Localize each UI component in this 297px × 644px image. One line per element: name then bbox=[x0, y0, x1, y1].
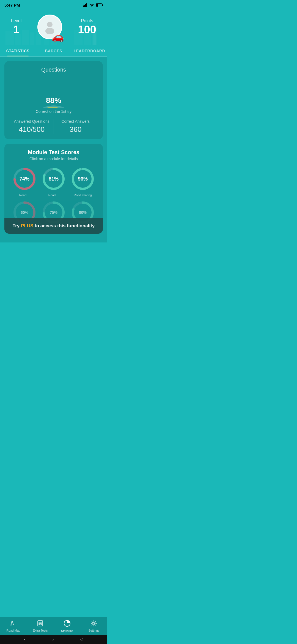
hero-content: Level 1 🚗 Points 100 bbox=[6, 12, 102, 45]
module-circle-2[interactable]: 81% Road ... bbox=[41, 167, 66, 197]
svg-rect-0 bbox=[83, 6, 84, 7]
gauge-percent: 88% bbox=[46, 96, 61, 105]
module-card-title: Module Test Scores bbox=[10, 149, 97, 155]
level-value: 1 bbox=[11, 23, 21, 36]
answered-stat: Answered Questions 410/500 bbox=[10, 119, 54, 134]
gauge-subtitle: Correct on the 1st try bbox=[36, 109, 72, 114]
plus-overlay[interactable]: Try PLUS to access this functionality bbox=[4, 218, 103, 234]
signal-icon bbox=[83, 3, 88, 7]
circle-percent-1: 74% bbox=[20, 176, 29, 182]
answered-value: 410/500 bbox=[10, 125, 54, 134]
wifi-icon bbox=[89, 3, 94, 7]
plus-highlight: PLUS bbox=[21, 223, 33, 228]
circle-ring-1: 74% bbox=[12, 167, 37, 191]
avatar-circle: 🚗 bbox=[37, 15, 62, 39]
tab-badges[interactable]: BADGES bbox=[36, 45, 72, 56]
level-label: Level bbox=[11, 18, 21, 23]
module-circle-1[interactable]: 74% Road ... bbox=[12, 167, 37, 197]
status-time: 5:47 PM bbox=[4, 3, 20, 7]
avatar-container[interactable]: 🚗 bbox=[37, 15, 62, 39]
circle-label-3: Road sharing bbox=[74, 193, 92, 197]
circle-ring-2: 81% bbox=[41, 167, 66, 191]
circle-ring-3: 96% bbox=[70, 167, 95, 191]
questions-card: Questions 88% Correct on the 1st try Ans… bbox=[4, 61, 103, 139]
status-icons bbox=[83, 3, 103, 7]
correct-stat: Correct Answers 360 bbox=[54, 119, 98, 134]
car-emoji: 🚗 bbox=[52, 31, 64, 43]
circle-percent-6: 80% bbox=[79, 210, 87, 215]
plus-prefix: Try bbox=[13, 223, 21, 228]
module-card: Module Test Scores Click on a module for… bbox=[4, 144, 103, 234]
circle-percent-5: 75% bbox=[50, 210, 57, 215]
circle-percent-2: 81% bbox=[49, 176, 59, 182]
stats-row: Answered Questions 410/500 Correct Answe… bbox=[10, 119, 97, 134]
points-value: 100 bbox=[78, 23, 96, 36]
module-circle-3[interactable]: 96% Road sharing bbox=[70, 167, 95, 197]
points-label: Points bbox=[78, 18, 96, 23]
level-section: Level 1 bbox=[11, 18, 21, 36]
svg-rect-6 bbox=[96, 4, 98, 7]
questions-card-title: Questions bbox=[10, 67, 97, 73]
correct-label: Correct Answers bbox=[54, 119, 98, 124]
module-circles-row: 74% Road ... 81% Road ... bbox=[10, 167, 97, 197]
battery-icon bbox=[96, 3, 103, 7]
circle-percent-3: 96% bbox=[78, 176, 88, 182]
tab-statistics[interactable]: STATISTICS bbox=[0, 45, 36, 56]
correct-value: 360 bbox=[54, 125, 98, 134]
plus-suffix: to access this functionality bbox=[33, 223, 95, 228]
answered-label: Answered Questions bbox=[10, 119, 54, 124]
hero-section: Level 1 🚗 Points 100 bbox=[0, 9, 107, 45]
status-bar: 5:47 PM bbox=[0, 0, 107, 9]
circle-percent-4: 60% bbox=[21, 210, 28, 215]
module-card-subtitle: Click on a module for details bbox=[10, 157, 97, 161]
svg-rect-2 bbox=[85, 4, 86, 7]
svg-rect-3 bbox=[86, 3, 87, 7]
circle-label-2: Road ... bbox=[48, 193, 59, 197]
tab-leaderboard[interactable]: LEADERBOARD bbox=[72, 45, 107, 56]
circle-label-1: Road ... bbox=[19, 193, 30, 197]
svg-point-19 bbox=[47, 22, 53, 27]
points-section: Points 100 bbox=[78, 18, 96, 36]
gauge-container: 88% Correct on the 1st try bbox=[10, 77, 97, 114]
gauge-wrapper: 88% bbox=[26, 77, 81, 108]
svg-rect-1 bbox=[84, 5, 85, 7]
plus-message: Try PLUS to access this functionality bbox=[10, 223, 97, 229]
svg-rect-5 bbox=[102, 4, 103, 6]
tabs-bar: STATISTICS BADGES LEADERBOARD bbox=[0, 45, 107, 57]
gauge-text: 88% bbox=[46, 96, 61, 105]
main-content: Questions 88% Correct on the 1st try Ans… bbox=[0, 57, 107, 242]
